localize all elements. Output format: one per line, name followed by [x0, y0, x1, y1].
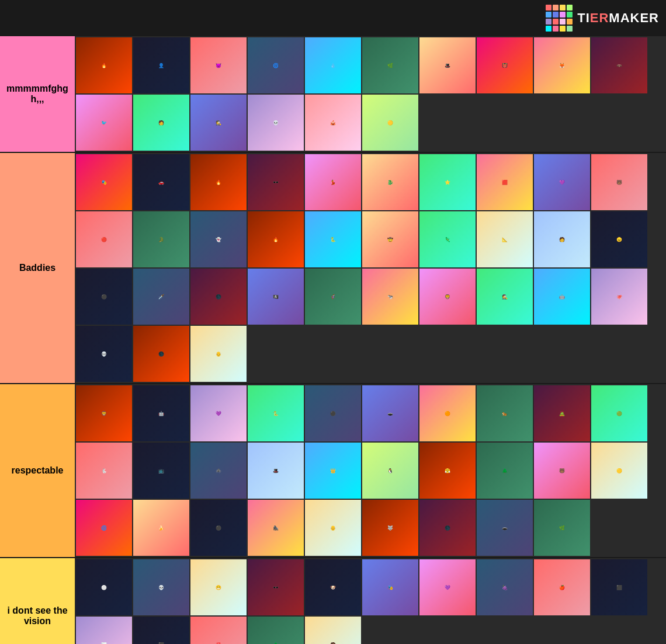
tier-cell[interactable]: ⚪ [76, 559, 132, 615]
tier-cell[interactable]: 🚗 [133, 154, 189, 210]
tier-cell[interactable]: 🐧 [362, 443, 418, 499]
tier-cell[interactable]: 🕶️ [248, 154, 304, 210]
tier-cell[interactable]: 🟠 [419, 385, 476, 441]
tier-cell[interactable]: 🦁 [76, 385, 132, 441]
tier-cell[interactable]: 🎭 [362, 559, 418, 615]
tier-cell[interactable]: 🐙 [591, 269, 647, 325]
tier-cell[interactable]: 🦞 [190, 617, 247, 644]
tier-cell[interactable]: 💀 [248, 95, 304, 151]
tier-cell[interactable]: 🌀 [76, 500, 132, 556]
tier-cell[interactable]: 😠 [591, 211, 647, 267]
tier-cell[interactable]: 🔴 [76, 211, 132, 267]
tier-content-respectable: 🦁 🤖 💜 🐍 ⚫ 🕳️ 🟠 🐅 🧟 🟢 🐇 📺 🕷️ 🎩 👑 🐧 😤 🌲 🐻 … [75, 384, 666, 557]
tier-cell[interactable]: 🐦 [76, 95, 132, 151]
tier-cell[interactable]: 👑 [305, 443, 361, 499]
tier-cell[interactable]: ⬛ [133, 617, 189, 644]
tier-cell[interactable]: 😤 [419, 443, 476, 499]
tier-cell[interactable]: 👴 [190, 326, 247, 382]
tier-cell[interactable]: 🐻 [591, 154, 647, 210]
tier-cell[interactable]: 🔥 [190, 154, 247, 210]
tier-cell[interactable]: ⬛ [591, 559, 647, 615]
tier-cell[interactable]: 🤠 [362, 211, 418, 267]
tier-cell[interactable]: 🎪 [305, 95, 361, 151]
tier-cell[interactable]: 👴 [305, 500, 361, 556]
tier-cell[interactable]: 🏴‍☠️ [248, 269, 304, 325]
tier-cell[interactable]: 🍌 [133, 500, 189, 556]
tier-cell[interactable]: 🦸 [305, 269, 361, 325]
header: TiERMAKER [0, 0, 666, 36]
tier-row-yellow: i dont see the vision ⚪ 💀 😁 🕶️ 🐶 🎭 💜 🍇 🍎… [0, 558, 666, 644]
tier-cell[interactable]: 🌿 [534, 500, 590, 556]
tier-cell[interactable]: 👤 [133, 37, 189, 93]
tier-cell[interactable]: 🧑 [305, 617, 361, 644]
tier-cell[interactable]: 🐍 [305, 211, 361, 267]
tier-cell[interactable]: 🦍 [248, 500, 304, 556]
tier-cell[interactable]: 📐 [477, 211, 533, 267]
tier-cell[interactable]: 👻 [190, 211, 247, 267]
tier-cell[interactable]: 🍇 [477, 559, 533, 615]
tier-cell[interactable]: ⚫ [76, 269, 132, 325]
tier-cell[interactable]: 🔥 [76, 37, 132, 93]
tier-cell[interactable]: 🟡 [362, 95, 418, 151]
tier-cell[interactable]: 💧 [305, 37, 361, 93]
tier-cell[interactable]: 🟥 [477, 154, 533, 210]
tier-cell[interactable]: 🎭 [76, 154, 132, 210]
tier-cell[interactable]: 🔥 [248, 211, 304, 267]
tier-cell[interactable]: ⚫ [305, 385, 361, 441]
tier-cell[interactable]: 💜 [190, 385, 247, 441]
tier-cell[interactable]: 🗡️ [133, 269, 189, 325]
tier-cell[interactable]: 👹 [477, 37, 533, 93]
tier-cell[interactable]: 🐺 [362, 500, 418, 556]
tier-cell[interactable]: 🌲 [248, 617, 304, 644]
tier-cell[interactable]: 🌑 [190, 269, 247, 325]
tier-label-baddies: Baddies [0, 153, 75, 383]
tier-cell[interactable]: 🌑 [419, 500, 476, 556]
tier-cell[interactable]: 😈 [190, 37, 247, 93]
tier-cell[interactable]: 🎩 [419, 37, 476, 93]
tier-cell[interactable]: 🐻 [534, 443, 590, 499]
tier-cell[interactable]: 🕵️ [477, 269, 533, 325]
tier-cell[interactable]: 💜 [534, 154, 590, 210]
tier-cell[interactable]: 🐄 [362, 269, 418, 325]
tier-cell[interactable]: 🦇 [591, 37, 647, 93]
tier-content-baddies: 🎭 🚗 🔥 🕶️ 💃 🐉 ⭐ 🟥 💜 🐻 🔴 🐊 👻 🔥 🐍 🤠 🦎 📐 🧑 😠… [75, 153, 666, 383]
tier-cell[interactable]: 🧑 [133, 95, 189, 151]
tier-cell[interactable]: 💀 [133, 559, 189, 615]
tier-cell[interactable]: 🕶️ [248, 559, 304, 615]
tier-cell[interactable]: 💜 [419, 559, 476, 615]
tier-cell[interactable]: ⭐ [419, 154, 476, 210]
tier-cell[interactable]: 💀 [76, 326, 132, 382]
tier-cell[interactable]: 🐶 [305, 559, 361, 615]
tier-cell[interactable]: 😁 [190, 559, 247, 615]
tier-cell[interactable]: 💃 [305, 154, 361, 210]
tier-cell[interactable]: 🟡 [591, 443, 647, 499]
tier-cell[interactable]: 🐍 [248, 385, 304, 441]
tier-content-vision: ⚪ 💀 😁 🕶️ 🐶 🎭 💜 🍇 🍎 ⬛ 🌫️ ⬛ 🦞 🌲 🧑 [75, 558, 666, 644]
tier-cell[interactable]: 📺 [133, 443, 189, 499]
tier-cell[interactable]: 🎩 [248, 443, 304, 499]
tier-cell[interactable]: 🕵️ [190, 95, 247, 151]
tier-cell[interactable]: 🍎 [534, 559, 590, 615]
tier-cell[interactable]: 🧑 [534, 211, 590, 267]
tier-cell[interactable]: 🌲 [477, 443, 533, 499]
tier-cell[interactable]: 🤖 [534, 269, 590, 325]
tier-cell[interactable]: 🦁 [419, 269, 476, 325]
tier-cell[interactable]: 🌑 [133, 326, 189, 382]
tier-cell[interactable]: 🐉 [362, 154, 418, 210]
tier-cell[interactable]: 🌀 [248, 37, 304, 93]
tier-cell[interactable]: 🦎 [419, 211, 476, 267]
tier-cell[interactable]: 🕷️ [190, 443, 247, 499]
tier-cell[interactable]: 🟢 [591, 385, 647, 441]
tier-cell[interactable]: ⚫ [190, 500, 247, 556]
tier-cell[interactable]: 🐊 [133, 211, 189, 267]
tier-cell[interactable]: 🐅 [477, 385, 533, 441]
tier-cell[interactable]: 🐇 [76, 443, 132, 499]
tier-row-pink: mmmmmfghgh,,, 🔥 👤 😈 🌀 💧 🌿 🎩 👹 🦊 🦇 🐦 🧑 🕵️… [0, 36, 666, 153]
tier-cell[interactable]: 🌫️ [76, 617, 132, 644]
tier-cell[interactable]: 🧟 [534, 385, 590, 441]
tier-cell[interactable]: 🌿 [362, 37, 418, 93]
tier-cell[interactable]: 🕳️ [362, 385, 418, 441]
tier-cell[interactable]: 🤖 [133, 385, 189, 441]
tier-cell[interactable]: 🦊 [534, 37, 590, 93]
tier-cell[interactable]: 🕳️ [477, 500, 533, 556]
